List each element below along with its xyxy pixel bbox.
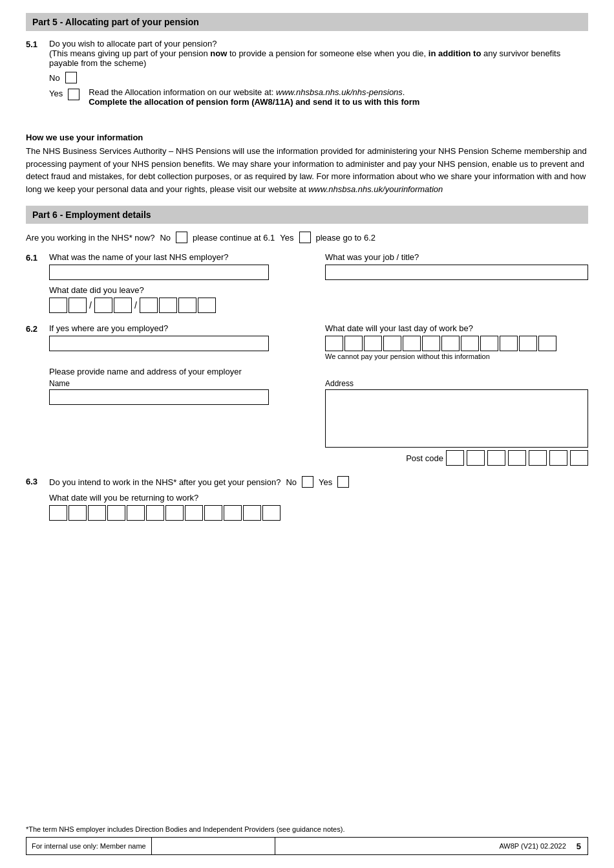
yes-checkbox[interactable]: [68, 89, 79, 100]
q62-left: If yes where are you employed?: [49, 323, 312, 360]
q61-text: What was the name of your last NHS emplo…: [49, 252, 312, 262]
q63-d3[interactable]: [88, 505, 106, 521]
q61-yy1[interactable]: [140, 298, 158, 313]
pc1[interactable]: [446, 450, 464, 466]
q63-d8[interactable]: [185, 505, 203, 521]
q62-name-col: Name: [49, 379, 312, 466]
info-section: How we use your information The NHS Busi…: [26, 133, 588, 195]
q63-d12[interactable]: [262, 505, 281, 521]
q63-main-row: Do you intend to work in the NHS* after …: [49, 476, 588, 488]
info-text: The NHS Business Services Authority – NH…: [26, 145, 588, 195]
q62-name-addr: Name Address Post code: [49, 379, 588, 466]
q63-row: 6.3 Do you intend to work in the NHS* af…: [26, 476, 588, 521]
q62-d1[interactable]: [325, 336, 343, 351]
pc5[interactable]: [529, 450, 547, 466]
q63-d10[interactable]: [224, 505, 242, 521]
q62-text: If yes where are you employed?: [49, 323, 312, 333]
q63-d11[interactable]: [243, 505, 261, 521]
q62-d4[interactable]: [383, 336, 401, 351]
pc7[interactable]: [570, 450, 588, 466]
nhs-working-question: Are you working in the NHS* now?: [26, 233, 154, 243]
q63-d7[interactable]: [165, 505, 184, 521]
q63-yes-checkbox[interactable]: [337, 476, 349, 488]
q62-note: We cannot pay your pension without this …: [325, 353, 588, 360]
q62-row: 6.2 If yes where are you employed? What …: [26, 323, 588, 466]
q62-name-input[interactable]: [49, 389, 269, 405]
no-option: No: [49, 72, 588, 83]
q63-d5[interactable]: [127, 505, 145, 521]
no-checkbox[interactable]: [65, 72, 77, 83]
q62-employer-section: Please provide name and address of your …: [49, 367, 588, 466]
q61-yy4[interactable]: [198, 298, 216, 313]
q63-d9[interactable]: [204, 505, 222, 521]
q61-num: 6.1: [26, 252, 49, 313]
footer-right: AW8P (V21) 02.2022 5: [492, 841, 588, 851]
q63-text: Do you intend to work in the NHS* after …: [49, 477, 281, 487]
part5-header: Part 5 - Allocating part of your pension: [26, 13, 588, 31]
q61-jobtitle-input[interactable]: [325, 265, 588, 280]
q61-employer-input[interactable]: [49, 265, 269, 280]
q62-address-textarea[interactable]: [325, 389, 588, 448]
q63-yes: Yes: [319, 477, 332, 487]
footnote-text: *The term NHS employer includes Directio…: [26, 825, 588, 833]
q62-d9[interactable]: [480, 336, 498, 351]
q63-content: Do you intend to work in the NHS* after …: [49, 476, 588, 521]
q61-jobtitle-label: What was your job / title?: [325, 252, 588, 262]
q63-d1[interactable]: [49, 505, 67, 521]
q61-mm1[interactable]: [94, 298, 112, 313]
yes-label-6: Yes: [280, 233, 293, 243]
pc4[interactable]: [508, 450, 526, 466]
part6-header: Part 6 - Employment details: [26, 206, 588, 224]
member-name-input[interactable]: [152, 838, 276, 854]
no-label: No: [49, 73, 60, 83]
q61-dd2[interactable]: [69, 298, 87, 313]
q62-lastday-label: What date will your last day of work be?: [325, 323, 588, 333]
q62-d2[interactable]: [344, 336, 363, 351]
nhs-yes-checkbox[interactable]: [299, 232, 311, 243]
footer-note: *The term NHS employer includes Directio…: [26, 812, 588, 855]
q51-text: Do you wish to allocate part of your pen…: [49, 39, 588, 68]
q61-content: What was the name of your last NHS emplo…: [49, 252, 588, 313]
q62-d5[interactable]: [403, 336, 421, 351]
q61-dd1[interactable]: [49, 298, 67, 313]
q62-d3[interactable]: [364, 336, 382, 351]
q62-d10[interactable]: [500, 336, 518, 351]
q51-row: 5.1 Do you wish to allocate part of your…: [26, 39, 588, 111]
q61-yy3[interactable]: [178, 298, 196, 313]
q61-mm2[interactable]: [114, 298, 132, 313]
q63-date-label: What date will you be returning to work?: [49, 493, 588, 503]
q61-row: 6.1 What was the name of your last NHS e…: [26, 252, 588, 313]
q61-right: What was your job / title?: [325, 252, 588, 313]
name-label: Name: [49, 379, 312, 388]
version-label: AW8P (V21) 02.2022: [499, 842, 566, 850]
postcode-label: Post code: [406, 453, 443, 463]
please-goto: please go to 6.2: [316, 233, 376, 243]
pc3[interactable]: [487, 450, 505, 466]
q62-right: What date will your last day of work be?: [325, 323, 588, 360]
q62-d7[interactable]: [441, 336, 460, 351]
q62-addr-col: Address Post code: [325, 379, 588, 466]
pc2[interactable]: [467, 450, 485, 466]
q51-content: Do you wish to allocate part of your pen…: [49, 39, 588, 111]
q63-d2[interactable]: [69, 505, 87, 521]
q62-d6[interactable]: [422, 336, 440, 351]
q61-yy2[interactable]: [159, 298, 177, 313]
q51-num: 5.1: [26, 39, 49, 111]
yes-instruction: Read the Allocation information on our w…: [89, 87, 419, 107]
q62-d12[interactable]: [538, 336, 556, 351]
q63-d4[interactable]: [107, 505, 125, 521]
nhs-no-checkbox[interactable]: [176, 232, 187, 243]
q63-date-row: [49, 505, 588, 521]
q62-d11[interactable]: [519, 336, 537, 351]
q63-d6[interactable]: [146, 505, 164, 521]
q63-no-checkbox[interactable]: [302, 476, 313, 488]
q61-two-col: What was the name of your last NHS emplo…: [49, 252, 588, 313]
q62-d8[interactable]: [461, 336, 479, 351]
q63-no: No: [286, 477, 297, 487]
q61-date-row: / /: [49, 298, 312, 313]
info-title: How we use your information: [26, 133, 588, 142]
pc6[interactable]: [549, 450, 567, 466]
yes-label: Yes: [49, 87, 63, 98]
q62-two-col: If yes where are you employed? What date…: [49, 323, 588, 360]
q62-employer-input[interactable]: [49, 336, 269, 351]
